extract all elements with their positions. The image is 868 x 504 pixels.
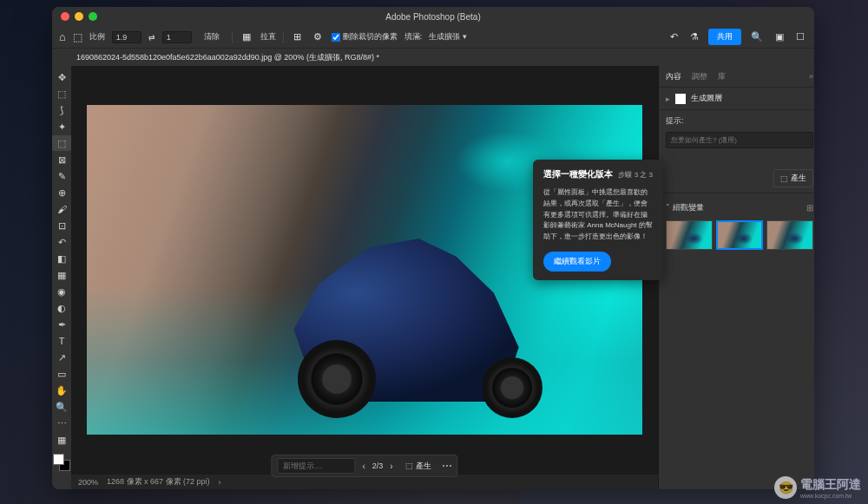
fill-label: 填滿: (404, 31, 423, 43)
grid-view-icon[interactable]: ⊞ (806, 203, 813, 213)
eyedropper-tool-icon[interactable]: ✎ (52, 168, 71, 184)
popup-title: 選擇一種變化版本 (543, 168, 613, 180)
panel-generate-button[interactable]: ⬚ 產生 (773, 169, 813, 187)
lasso-tool-icon[interactable]: ⟆ (52, 102, 71, 118)
variation-thumb-1[interactable] (666, 220, 713, 250)
straighten-label: 拉直 (260, 31, 276, 43)
zoom-tool-icon[interactable]: 🔍 (52, 399, 71, 415)
watermark-url: www.kocpc.com.tw (800, 493, 861, 499)
straighten-icon[interactable]: ▦ (240, 31, 253, 43)
continue-button[interactable]: 繼續觀看影片 (543, 252, 611, 272)
home-icon[interactable]: ⌂ (59, 30, 66, 43)
generate-button[interactable]: ⬚ 產生 (400, 459, 437, 474)
gear-icon[interactable]: ⚙ (311, 31, 325, 43)
blur-tool-icon[interactable]: ◉ (52, 284, 71, 299)
panel-prompt-input[interactable] (666, 132, 813, 148)
left-toolbar: ✥ ⬚ ⟆ ✦ ⬚ ⊠ ✎ ⊕ 🖌 ⊡ ↶ ◧ ▦ ◉ ◐ ✒ T ↗ ▭ ✋ … (52, 66, 71, 489)
frame-tool-icon[interactable]: ⊠ (52, 152, 71, 167)
prev-variation-button[interactable]: ‹ (360, 461, 366, 471)
watermark: 😎 電腦王阿達 www.kocpc.com.tw (774, 476, 861, 499)
gradient-tool-icon[interactable]: ▦ (52, 267, 71, 283)
crop-tool-icon[interactable]: ⬚ (52, 135, 71, 151)
share-button[interactable]: 共用 (708, 29, 741, 45)
zoom-level[interactable]: 200% (78, 478, 98, 487)
crop-tool-icon[interactable]: ⬚ (73, 31, 82, 43)
type-tool-icon[interactable]: T (52, 333, 71, 349)
clear-button[interactable]: 清除 (199, 29, 225, 44)
variation-thumb-2[interactable] (716, 220, 763, 250)
swap-icon[interactable]: ⇄ (148, 33, 155, 42)
tutorial-popup: 選擇一種變化版本 步驟 3 之 3 從「屬性面板」中挑選您最喜歡的結果，或再次選… (533, 160, 663, 280)
document-dimensions: 1268 像素 x 667 像素 (72 ppi) (107, 476, 210, 488)
status-chevron-icon[interactable]: › (219, 478, 221, 487)
undo-icon[interactable]: ↶ (667, 31, 681, 43)
tab-library[interactable]: 庫 (718, 71, 726, 82)
document-tab[interactable]: 1690862024-5d558b120e0fa5e622b6aa002a92d… (76, 52, 379, 63)
stamp-tool-icon[interactable]: ⊡ (52, 218, 71, 233)
ratio-height-input[interactable] (162, 31, 192, 43)
arrange-icon[interactable]: ☐ (793, 31, 807, 43)
more-options-icon[interactable]: ⋯ (442, 460, 452, 472)
wand-tool-icon[interactable]: ✦ (52, 119, 71, 134)
options-bar: ⌂ ⬚ 比例 ⇄ 清除 ▦ 拉直 ⊞ ⚙ 刪除裁切的像素 填滿: 生成擴張 ▾ … (52, 26, 814, 49)
workspace-icon[interactable]: ▣ (773, 31, 786, 43)
beaker-icon[interactable]: ⚗ (687, 31, 701, 43)
maximize-window-button[interactable] (89, 12, 97, 21)
path-tool-icon[interactable]: ↗ (52, 350, 71, 365)
minimize-window-button[interactable] (75, 12, 83, 21)
dodge-tool-icon[interactable]: ◐ (52, 300, 71, 316)
titlebar: Adobe Photoshop (Beta) (52, 7, 814, 26)
close-window-button[interactable] (61, 12, 69, 21)
photoshop-window: Adobe Photoshop (Beta) ⌂ ⬚ 比例 ⇄ 清除 ▦ 拉直 … (52, 7, 814, 489)
hand-tool-icon[interactable]: ✋ (52, 383, 71, 398)
layer-thumb-icon (675, 94, 686, 104)
variation-thumbnails (666, 220, 813, 250)
variation-thumb-3[interactable] (766, 220, 813, 250)
foreground-color[interactable] (53, 454, 64, 465)
marquee-tool-icon[interactable]: ⬚ (52, 86, 71, 101)
properties-panel: 內容 調整 庫 » ▸ 生成圖層 提示: ⬚ 產生 (658, 66, 814, 489)
window-title: Adobe Photoshop (Beta) (385, 12, 481, 22)
ratio-label: 比例 (89, 31, 105, 43)
tab-content[interactable]: 內容 (666, 71, 681, 82)
layer-indicator: ▸ 生成圖層 (666, 93, 813, 104)
move-tool-icon[interactable]: ✥ (52, 69, 71, 85)
shape-tool-icon[interactable]: ▭ (52, 366, 71, 382)
ratio-width-input[interactable] (112, 31, 141, 43)
eraser-tool-icon[interactable]: ◧ (52, 251, 71, 266)
heal-tool-icon[interactable]: ⊕ (52, 185, 71, 200)
tab-adjust[interactable]: 調整 (692, 71, 707, 82)
edit-toolbar-icon[interactable]: ▦ (52, 432, 71, 448)
expand-icon[interactable]: ▸ (666, 95, 670, 103)
brush-tool-icon[interactable]: 🖌 (52, 201, 71, 217)
layer-name: 生成圖層 (691, 93, 722, 104)
grid-icon[interactable]: ⊞ (291, 31, 304, 43)
prompt-label: 提示: (666, 115, 813, 127)
panel-tabs: 內容 調整 庫 » (659, 66, 814, 87)
prompt-input[interactable] (277, 458, 355, 474)
variations-label: ˅ 細觀變量 (666, 202, 704, 213)
contextual-task-bar: ‹ 2/3 › ⬚ 產生 ⋯ (271, 455, 457, 477)
watermark-icon: 😎 (774, 476, 797, 499)
pen-tool-icon[interactable]: ✒ (52, 317, 71, 332)
watermark-text: 電腦王阿達 (800, 477, 861, 493)
document-tabbar: 1690862024-5d558b120e0fa5e622b6aa002a92d… (52, 49, 814, 66)
history-brush-icon[interactable]: ↶ (52, 234, 71, 250)
next-variation-button[interactable]: › (388, 461, 394, 471)
variation-count: 2/3 (372, 461, 384, 470)
delete-cropped-checkbox[interactable]: 刪除裁切的像素 (332, 31, 398, 43)
fill-dropdown[interactable]: 生成擴張 ▾ (429, 31, 467, 43)
popup-step: 步驟 3 之 3 (618, 170, 653, 180)
color-swatches[interactable] (53, 454, 70, 471)
popup-body: 從「屬性面板」中挑選您最喜歡的結果，或再次選取「產生」，便會有更多選項可供選擇。… (543, 187, 653, 243)
more-tools-icon[interactable]: ⋯ (52, 416, 71, 431)
search-icon[interactable]: 🔍 (748, 31, 766, 43)
collapse-panel-icon[interactable]: » (809, 72, 813, 81)
